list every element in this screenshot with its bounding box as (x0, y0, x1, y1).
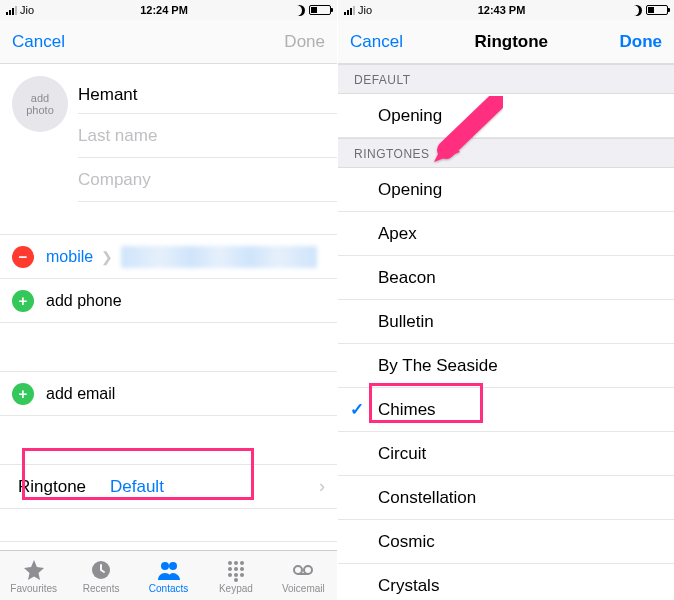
tab-voicemail[interactable]: Voicemail (270, 551, 337, 600)
nav-bar: Cancel Ringtone Done (338, 20, 674, 64)
add-email-label: add email (46, 385, 115, 403)
phone-type-label[interactable]: mobile (46, 248, 93, 266)
svg-point-6 (228, 567, 232, 571)
dnd-icon (631, 5, 642, 16)
contacts-icon (156, 558, 182, 582)
tab-bar: Favourites Recents Contacts Keypad Voice… (0, 550, 337, 600)
chevron-right-icon: › (319, 476, 325, 497)
battery-icon (309, 5, 331, 15)
cancel-button[interactable]: Cancel (350, 32, 403, 52)
star-icon (21, 558, 47, 582)
first-name-field[interactable]: Hemant (78, 76, 337, 114)
carrier-label: Jio (20, 4, 34, 16)
section-header-ringtones: RINGTONES (338, 138, 674, 168)
add-photo-button[interactable]: add photo (12, 76, 68, 132)
ringtone-value: Default (110, 477, 319, 497)
done-button[interactable]: Done (284, 32, 325, 52)
add-phone-row[interactable]: + add phone (0, 279, 337, 323)
svg-point-1 (161, 562, 169, 570)
tab-recents[interactable]: Recents (67, 551, 134, 600)
clock: 12:43 PM (372, 4, 631, 16)
svg-point-7 (234, 567, 238, 571)
tone-label: Opening (378, 180, 442, 200)
tone-label: Cosmic (378, 532, 435, 552)
signal-icon (6, 5, 17, 15)
tone-label: By The Seaside (378, 356, 498, 376)
company-field[interactable]: Company (78, 158, 337, 202)
status-bar: Jio 12:43 PM (338, 0, 674, 20)
voicemail-icon (290, 558, 316, 582)
battery-icon (646, 5, 668, 15)
svg-point-14 (304, 566, 312, 574)
done-button[interactable]: Done (619, 32, 662, 52)
ringtone-row[interactable]: Ringtone Default › (0, 465, 337, 509)
clock: 12:24 PM (34, 4, 294, 16)
svg-point-4 (234, 561, 238, 565)
tone-row[interactable]: Apex (338, 212, 674, 256)
chevron-right-icon: ❯ (101, 249, 113, 265)
add-icon: + (12, 383, 34, 405)
phone-number-row[interactable]: − mobile ❯ (0, 235, 337, 279)
keypad-icon (223, 558, 249, 582)
tone-row[interactable]: Beacon (338, 256, 674, 300)
svg-point-10 (234, 573, 238, 577)
ringtone-picker-screen: Jio 12:43 PM Cancel Ringtone Done DEFAUL… (337, 0, 674, 600)
tone-row[interactable]: Circuit (338, 432, 674, 476)
ringtone-key: Ringtone (18, 477, 110, 497)
add-email-row[interactable]: + add email (0, 372, 337, 416)
svg-point-2 (169, 562, 177, 570)
tab-favourites[interactable]: Favourites (0, 551, 67, 600)
nav-title: Ringtone (474, 32, 548, 52)
tone-label: Bulletin (378, 312, 434, 332)
contact-edit-screen: Jio 12:24 PM Cancel Done add photo Heman… (0, 0, 337, 600)
remove-icon[interactable]: − (12, 246, 34, 268)
svg-point-5 (240, 561, 244, 565)
tone-label: Constellation (378, 488, 476, 508)
cancel-button[interactable]: Cancel (12, 32, 65, 52)
tab-contacts[interactable]: Contacts (135, 551, 202, 600)
tone-row[interactable]: Opening (338, 168, 674, 212)
tone-row[interactable]: Constellation (338, 476, 674, 520)
tone-row[interactable]: By The Seaside (338, 344, 674, 388)
last-name-field[interactable]: Last name (78, 114, 337, 158)
svg-point-12 (234, 578, 238, 582)
tone-label: Circuit (378, 444, 426, 464)
phone-value-blurred[interactable] (121, 246, 317, 268)
tone-row[interactable]: Cosmic (338, 520, 674, 564)
svg-point-8 (240, 567, 244, 571)
nav-bar: Cancel Done (0, 20, 337, 64)
section-header-default: DEFAULT (338, 64, 674, 94)
svg-point-13 (294, 566, 302, 574)
svg-point-3 (228, 561, 232, 565)
status-bar: Jio 12:24 PM (0, 0, 337, 20)
add-phone-label: add phone (46, 292, 122, 310)
checkmark-icon: ✓ (350, 399, 364, 420)
tab-keypad[interactable]: Keypad (202, 551, 269, 600)
add-icon: + (12, 290, 34, 312)
tone-row[interactable]: Bulletin (338, 300, 674, 344)
svg-point-9 (228, 573, 232, 577)
tone-label: Chimes (378, 400, 436, 420)
signal-icon (344, 5, 355, 15)
tone-row-default[interactable]: Opening (338, 94, 674, 138)
svg-point-11 (240, 573, 244, 577)
clock-icon (88, 558, 114, 582)
tone-label: Crystals (378, 576, 439, 596)
carrier-label: Jio (358, 4, 372, 16)
tone-label: Apex (378, 224, 417, 244)
tone-label: Beacon (378, 268, 436, 288)
texttone-row[interactable]: Text Tone Default (0, 542, 337, 550)
tone-row[interactable]: ✓Chimes (338, 388, 674, 432)
tone-row[interactable]: Crystals (338, 564, 674, 600)
dnd-icon (294, 5, 305, 16)
